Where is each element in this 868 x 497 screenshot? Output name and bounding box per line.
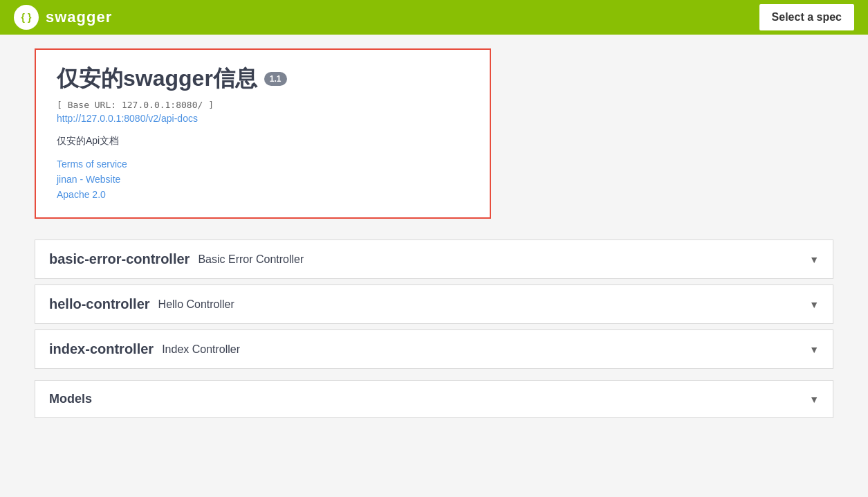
controller-description: Hello Controller	[158, 298, 234, 311]
info-link[interactable]: jinan - Website	[57, 174, 469, 185]
main-content: 仅安的swagger信息 1.1 [ Base URL: 127.0.0.1:8…	[0, 35, 868, 432]
controller-description: Basic Error Controller	[198, 253, 304, 266]
version-badge: 1.1	[264, 72, 287, 86]
app-header: { } swagger Select a spec	[0, 0, 868, 35]
swagger-logo: { }	[14, 5, 39, 30]
controller-header[interactable]: hello-controllerHello Controller▼	[35, 285, 833, 323]
controller-arrow-icon: ▼	[809, 299, 819, 310]
logo-text: { }	[21, 12, 32, 23]
controller-name: hello-controller	[49, 296, 150, 312]
controller-row: basic-error-controllerBasic Error Contro…	[35, 240, 833, 279]
info-link[interactable]: Terms of service	[57, 159, 469, 170]
controllers-container: basic-error-controllerBasic Error Contro…	[35, 240, 833, 374]
models-header[interactable]: Models ▼	[35, 381, 833, 417]
select-spec-button[interactable]: Select a spec	[759, 4, 854, 30]
models-arrow-icon: ▼	[809, 394, 819, 405]
api-title-text: 仅安的swagger信息	[57, 64, 257, 94]
controller-row: hello-controllerHello Controller▼	[35, 284, 833, 324]
controller-description: Index Controller	[162, 343, 240, 356]
api-description: 仅安的Api文档	[57, 135, 469, 147]
info-box: 仅安的swagger信息 1.1 [ Base URL: 127.0.0.1:8…	[35, 48, 491, 219]
brand-name: swagger	[46, 8, 112, 26]
header-brand: { } swagger	[14, 5, 112, 30]
controller-header[interactable]: index-controllerIndex Controller▼	[35, 330, 833, 368]
api-title: 仅安的swagger信息 1.1	[57, 64, 469, 94]
info-links: Terms of servicejinan - WebsiteApache 2.…	[57, 159, 469, 200]
api-docs-link[interactable]: http://127.0.0.1:8080/v2/api-docs	[57, 113, 469, 124]
controller-arrow-icon: ▼	[809, 344, 819, 355]
base-url: [ Base URL: 127.0.0.1:8080/ ]	[57, 100, 469, 110]
info-link[interactable]: Apache 2.0	[57, 189, 469, 200]
controller-name: basic-error-controller	[49, 251, 190, 267]
controller-arrow-icon: ▼	[809, 254, 819, 265]
controller-header[interactable]: basic-error-controllerBasic Error Contro…	[35, 240, 833, 278]
controller-row: index-controllerIndex Controller▼	[35, 329, 833, 369]
models-title: Models	[49, 392, 92, 406]
models-section: Models ▼	[35, 380, 833, 418]
controller-name: index-controller	[49, 341, 154, 357]
